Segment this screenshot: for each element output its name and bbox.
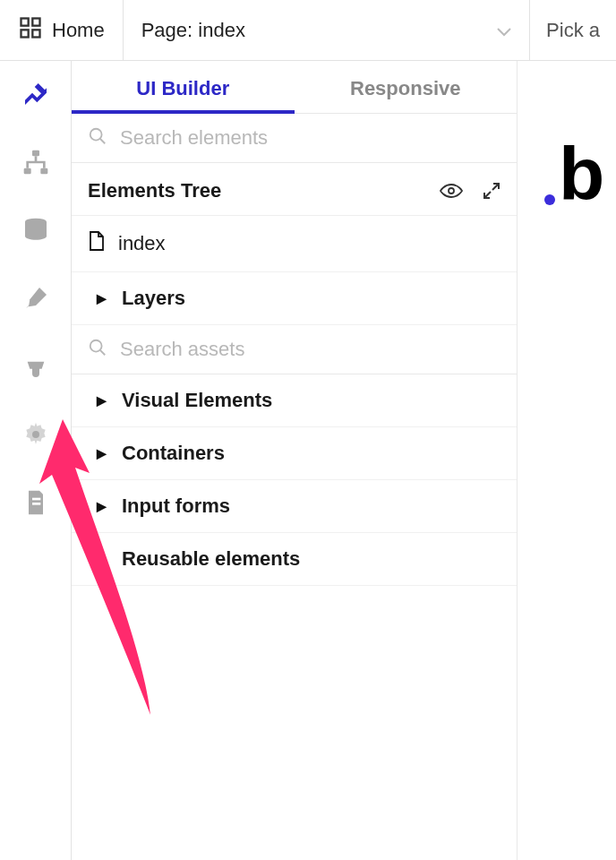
tree-layers-row[interactable]: ▶ Layers [72,272,517,325]
category-visual-elements[interactable]: ▶ Visual Elements [72,374,517,427]
svg-rect-9 [32,498,40,501]
category-label: Input forms [122,494,230,518]
search-elements-row [72,114,517,163]
expand-icon[interactable] [483,182,500,200]
category-reusable-elements[interactable]: ▶ Reusable elements [72,533,517,586]
search-icon [88,126,107,150]
rail-item-workflow[interactable] [21,147,51,177]
caret-right-icon: ▶ [97,499,109,513]
category-label: Containers [122,442,225,465]
page-selector-label: Page: index [141,19,245,42]
category-containers[interactable]: ▶ Containers [72,427,517,480]
tab-responsive-label: Responsive [350,77,461,99]
category-label: Reusable elements [122,547,300,571]
eye-icon[interactable] [440,182,463,200]
page-icon [88,230,106,257]
svg-rect-1 [32,18,39,25]
tree-page-row[interactable]: index [72,216,517,272]
layers-label: Layers [122,287,185,310]
rail-item-plugins[interactable] [21,351,51,382]
rail-item-settings[interactable] [21,419,51,450]
svg-rect-10 [32,503,40,505]
rail-item-logs[interactable] [21,487,51,518]
elements-tree-label: Elements Tree [88,179,440,202]
page-selector[interactable]: Page: index [124,0,530,60]
category-label: Visual Elements [122,389,272,412]
tab-ui-builder[interactable]: UI Builder [72,61,295,113]
grid-icon [18,15,43,46]
svg-point-13 [90,340,102,352]
caret-right-icon: ▶ [97,393,109,408]
svg-rect-0 [21,18,29,25]
rail-item-design[interactable] [21,79,51,109]
tab-ui-builder-label: UI Builder [136,77,229,99]
caret-right-icon: ▶ [97,552,109,566]
canvas-area: b [518,61,616,860]
nav-rail [0,61,72,860]
elements-panel: UI Builder Responsive Elements Tree [72,61,518,860]
svg-point-11 [90,129,102,141]
svg-point-12 [449,188,454,194]
chevron-down-icon [497,19,511,42]
svg-rect-6 [40,168,47,175]
search-assets-row [72,325,517,374]
caret-right-icon: ▶ [97,291,109,305]
search-elements-input[interactable] [120,126,500,150]
logo-fragment: b [544,136,616,211]
search-assets-input[interactable] [120,338,500,361]
home-button[interactable]: Home [0,0,124,60]
pick-label: Pick a [546,19,600,42]
search-icon [88,338,107,361]
svg-rect-4 [32,150,39,157]
caret-right-icon: ▶ [97,446,109,460]
svg-rect-3 [32,30,39,37]
home-label: Home [52,19,105,42]
tab-responsive[interactable]: Responsive [295,61,518,113]
category-input-forms[interactable]: ▶ Input forms [72,480,517,533]
pick-selector[interactable]: Pick a [530,0,616,60]
svg-rect-5 [23,168,30,175]
svg-rect-2 [21,30,29,37]
rail-item-data[interactable] [21,215,51,245]
rail-item-styles[interactable] [21,283,51,314]
page-name-label: index [118,232,166,255]
logo-dot-icon [544,194,555,205]
